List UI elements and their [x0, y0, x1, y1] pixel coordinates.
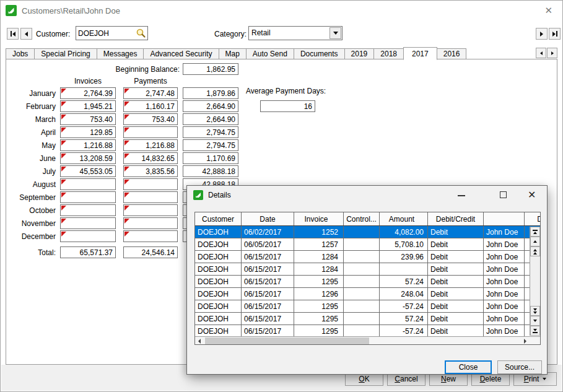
drilldown-flag-icon [61, 89, 66, 94]
customer-input[interactable] [78, 28, 134, 38]
table-row[interactable]: DOEJOH06/02/2017 1252 4,082.00Debit John… [195, 226, 540, 238]
tab-2018[interactable]: 2018 [373, 48, 404, 59]
close-icon[interactable]: ✕ [528, 189, 536, 201]
tab-documents[interactable]: Documents [294, 48, 345, 59]
column-header[interactable]: Date [242, 212, 294, 225]
chevron-down-icon[interactable] [330, 27, 341, 39]
column-header[interactable]: Control... [344, 212, 380, 225]
table-row[interactable]: DOEJOH06/15/2017 1284 239.96Debit John D… [195, 251, 540, 263]
close-button[interactable]: Close [445, 360, 492, 374]
table-row[interactable]: DOEJOH06/15/2017 1284 Debit John Doe [195, 263, 540, 276]
invoices-field[interactable]: 2,764.39 [60, 87, 116, 99]
scrollbar-track[interactable] [530, 256, 540, 306]
payments-field[interactable] [123, 191, 178, 203]
payments-field[interactable] [123, 178, 178, 190]
customer-lookup-icon[interactable] [136, 28, 146, 38]
total-label: Total: [6, 248, 56, 257]
payments-field[interactable] [123, 230, 178, 242]
month-label: August [6, 180, 56, 189]
column-header[interactable]: Customer [195, 212, 242, 225]
chevron-left-icon [540, 51, 543, 55]
balance-field: 2,664.90 [183, 113, 238, 125]
tab-2016[interactable]: 2016 [437, 48, 467, 59]
balance-field: 1,879.86 [183, 87, 238, 99]
details-horizontal-scrollbar[interactable] [195, 336, 540, 344]
month-row-july: July 45,553.05 3,835.56 42,888.18 [6, 165, 557, 178]
tab-strip: JobsSpecial PricingMessagesAdvanced Secu… [6, 46, 466, 59]
scroll-down-button[interactable] [530, 316, 540, 326]
column-header[interactable] [484, 212, 525, 225]
scroll-left-icon[interactable] [195, 338, 204, 344]
column-header[interactable]: De: [525, 212, 541, 225]
tab-2017[interactable]: 2017 [403, 47, 437, 60]
invoices-field[interactable] [60, 217, 116, 229]
tab-advanced-security[interactable]: Advanced Security [143, 48, 219, 59]
payments-field[interactable]: 2,747.48 [123, 87, 178, 99]
tab-special-pricing[interactable]: Special Pricing [34, 48, 97, 59]
drilldown-flag-icon [61, 154, 66, 159]
invoices-field[interactable] [60, 191, 116, 203]
details-vertical-scrollbar[interactable] [530, 227, 540, 336]
column-header[interactable]: Invoice [294, 212, 344, 225]
tab-auto-send[interactable]: Auto Send [246, 48, 294, 59]
drilldown-flag-icon [61, 141, 66, 146]
scroll-last-button[interactable] [530, 326, 540, 336]
invoices-field[interactable] [60, 204, 116, 216]
payments-field[interactable] [123, 217, 178, 229]
table-row[interactable]: DOEJOH06/05/2017 1257 5,708.10Debit John… [195, 238, 540, 251]
scroll-first-button[interactable] [530, 227, 540, 237]
payments-field[interactable]: 3,835.56 [123, 165, 178, 177]
window-close-icon[interactable]: ✕ [544, 5, 552, 16]
month-row-january: January 2,764.39 2,747.48 1,879.86 [6, 87, 557, 100]
last-record-button[interactable] [549, 28, 561, 40]
month-label: January [6, 89, 56, 98]
scroll-page-down-button[interactable] [530, 306, 540, 316]
tab-jobs[interactable]: Jobs [6, 48, 35, 59]
scroll-right-icon[interactable] [521, 338, 530, 344]
invoices-field[interactable] [60, 230, 116, 242]
balance-field: 1,170.69 [183, 152, 238, 164]
drilldown-flag-icon [124, 219, 129, 224]
first-record-button[interactable] [7, 28, 19, 40]
source-button[interactable]: Source... [497, 360, 542, 374]
table-row[interactable]: DOEJOH06/15/2017 1295 57.24Debit John Do… [195, 276, 540, 288]
category-value: Retail [251, 28, 271, 37]
invoices-field[interactable]: 45,553.05 [60, 165, 116, 177]
invoices-field[interactable]: 753.40 [60, 113, 116, 125]
month-label: October [6, 206, 56, 215]
tab-scroll-left-button[interactable] [536, 48, 546, 58]
invoices-field[interactable]: 1,216.88 [60, 139, 116, 151]
tab-scroll-right-button[interactable] [547, 48, 557, 58]
payments-field[interactable] [123, 204, 178, 216]
table-row[interactable]: DOEJOH06/15/2017 1295 -57.24Debit John D… [195, 300, 540, 313]
tab-messages[interactable]: Messages [97, 48, 144, 59]
category-label: Category: [214, 30, 247, 38]
payments-field[interactable]: 753.40 [123, 113, 178, 125]
payments-field[interactable]: 14,832.65 [123, 152, 178, 164]
horizontal-scroll-thumb[interactable] [205, 338, 369, 344]
maximize-icon[interactable] [500, 191, 507, 198]
payments-field[interactable] [123, 126, 178, 138]
payments-field[interactable]: 1,160.17 [123, 100, 178, 112]
scroll-page-up-button[interactable] [530, 246, 540, 256]
drilldown-flag-icon [124, 141, 129, 146]
tab-map[interactable]: Map [219, 48, 247, 59]
column-header[interactable]: Amount [380, 212, 428, 225]
minimize-icon[interactable] [458, 195, 465, 196]
table-row[interactable]: DOEJOH06/15/2017 1295 -57.24Debit John D… [195, 325, 540, 338]
category-dropdown[interactable]: Retail [248, 26, 343, 40]
drilldown-flag-icon [124, 115, 129, 120]
invoices-field[interactable]: 13,208.59 [60, 152, 116, 164]
table-row[interactable]: DOEJOH06/15/2017 1295 57.24Debit John Do… [195, 313, 540, 325]
invoices-field[interactable] [60, 178, 116, 190]
next-record-button[interactable] [536, 28, 548, 40]
previous-record-button[interactable] [20, 28, 32, 40]
scroll-up-button[interactable] [530, 237, 540, 246]
column-header[interactable]: Debit/Credit [428, 212, 484, 225]
tab-2019[interactable]: 2019 [344, 48, 375, 59]
customer-field-wrap [76, 26, 148, 40]
invoices-field[interactable]: 129.85 [60, 126, 116, 138]
payments-field[interactable]: 1,216.88 [123, 139, 178, 151]
invoices-field[interactable]: 1,945.21 [60, 100, 116, 112]
table-row[interactable]: DOEJOH06/15/2017 1296 248.04Debit John D… [195, 288, 540, 300]
